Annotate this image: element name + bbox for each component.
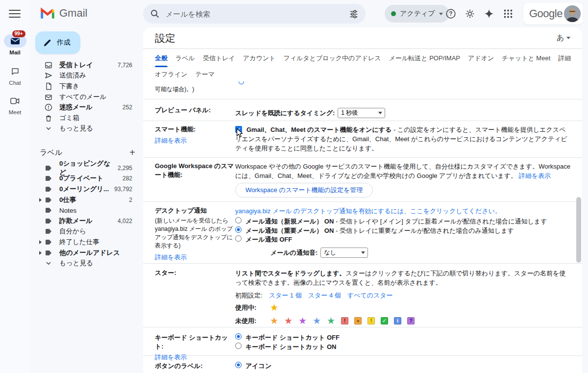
label-item[interactable]: 他のメールアドレス bbox=[30, 248, 143, 258]
label-item[interactable]: 自分から bbox=[30, 226, 143, 237]
settings-row-smart-features: スマート機能: 詳細を表示 Gmail、Chat、Meet のスマート機能をオン… bbox=[143, 121, 582, 158]
star-icon[interactable]: ★ bbox=[313, 317, 321, 325]
expand-caret-icon[interactable] bbox=[39, 251, 42, 255]
purple-question-icon[interactable]: ? bbox=[407, 317, 415, 324]
tab-accounts[interactable]: アカウント bbox=[243, 49, 276, 67]
rail-item-chat[interactable]: Chat bbox=[0, 65, 30, 86]
preset-four-stars-link[interactable]: スター 4 個 bbox=[308, 291, 341, 300]
radio-button-labels-icons[interactable] bbox=[235, 362, 242, 368]
label-item[interactable]: 終了した仕事 bbox=[30, 237, 143, 248]
smart-features-checkbox[interactable] bbox=[235, 126, 242, 133]
expand-caret-icon[interactable] bbox=[39, 240, 42, 244]
preset-one-star-link[interactable]: スター 1 個 bbox=[269, 291, 302, 300]
gmail-logo[interactable]: Gmail bbox=[40, 7, 87, 20]
label-tag-icon bbox=[44, 217, 53, 225]
radio-new-mail-notifications[interactable] bbox=[235, 217, 242, 224]
sidebar-item-sent[interactable]: 送信済み bbox=[30, 71, 143, 81]
enable-desktop-notifications-link[interactable]: yanagiya.biz メール のデスクトップ通知を有効にするには、ここをクリ… bbox=[235, 207, 501, 215]
tab-forwarding[interactable]: メール転送と POP/IMAP bbox=[389, 49, 460, 67]
expand-caret-icon[interactable] bbox=[39, 198, 42, 202]
tab-filters[interactable]: フィルタとブロック中のアドレス bbox=[283, 49, 381, 67]
smart-features-details-link[interactable]: 詳細を表示 bbox=[155, 137, 187, 144]
input-tools-toggle[interactable]: あ bbox=[557, 33, 570, 43]
vertical-scrollbar-thumb[interactable] bbox=[576, 197, 581, 263]
blue-info-icon[interactable]: i bbox=[394, 317, 401, 324]
preview-pane-label: プレビュー パネル: bbox=[155, 99, 235, 121]
sidebar-item-all-mail[interactable]: すべてのメール bbox=[30, 92, 143, 102]
settings-tabs-row1: 全般 ラベル 受信トレイ アカウント フィルタとブロック中のアドレス メール転送… bbox=[143, 49, 582, 67]
sidebar-item-more[interactable]: もっと見る bbox=[30, 124, 143, 134]
status-chip[interactable]: アクティブ bbox=[385, 5, 449, 23]
tab-chat-meet[interactable]: チャットと Meet bbox=[502, 49, 550, 67]
label-item[interactable]: 0仕事 2 bbox=[30, 195, 143, 205]
tab-addons[interactable]: アドオン bbox=[468, 49, 494, 67]
rail-item-meet[interactable]: Meet bbox=[0, 94, 30, 115]
label-item[interactable]: Notes bbox=[30, 205, 143, 216]
radio-shortcuts-on[interactable] bbox=[235, 343, 242, 349]
account-avatar[interactable] bbox=[564, 5, 581, 22]
add-label-icon[interactable]: + bbox=[129, 148, 135, 157]
settings-panel: 設定 あ 全般 ラベル 受信トレイ アカウント フィルタとブロック中のアドレス … bbox=[143, 27, 582, 373]
gemini-sparkle-icon[interactable] bbox=[484, 8, 494, 19]
label-item[interactable]: 0プライベート 282 bbox=[30, 174, 143, 184]
label-item[interactable]: 詐欺メール 4,022 bbox=[30, 216, 143, 226]
settings-row-keyboard-shortcuts: キーボード ショートカット: 詳細を表示 キーボード ショートカット OFF キ… bbox=[143, 327, 582, 356]
sidebar-item-spam[interactable]: 迷惑メール 252 bbox=[30, 102, 143, 113]
compose-button[interactable]: 作成 bbox=[35, 31, 80, 54]
tab-themes[interactable]: テーマ bbox=[196, 67, 215, 81]
mark-read-timing-select[interactable]: 1 秒後 bbox=[338, 108, 385, 118]
star-icon[interactable]: ★ bbox=[270, 317, 278, 325]
apps-grid-icon[interactable] bbox=[503, 8, 514, 19]
app-rail: 99+ Mail Chat Meet bbox=[0, 0, 30, 373]
workspace-smart-label: Google Workspace のスマート機能: bbox=[155, 158, 235, 201]
green-check-icon[interactable]: ✓ bbox=[381, 317, 388, 324]
smart-features-option-bold: Gmail、Chat、Meet のスマート機能をオンにする bbox=[246, 126, 392, 133]
tab-inbox[interactable]: 受信トレイ bbox=[203, 49, 235, 67]
star-icon[interactable]: ★ bbox=[270, 304, 278, 312]
notification-sound-select[interactable]: なし bbox=[320, 248, 368, 258]
search-input[interactable] bbox=[165, 9, 349, 19]
sidebar: 作成 受信トレイ 7,726 送信済み 下書き すべてのメール bbox=[30, 27, 143, 373]
settings-tabs-row2: オフライン テーマ bbox=[143, 67, 582, 81]
unused-star-icons: ★ ★ ★ ★ ★ ! » ! ✓ i ? bbox=[270, 317, 415, 325]
google-account-box[interactable]: Google bbox=[523, 3, 583, 25]
tab-general[interactable]: 全般 bbox=[155, 49, 168, 67]
label-tag-icon bbox=[44, 227, 53, 236]
notification-sound-label: メールの通知音: bbox=[270, 248, 318, 257]
preset-all-stars-link[interactable]: すべてのスター bbox=[347, 291, 393, 300]
tab-advanced[interactable]: 詳細 bbox=[558, 49, 571, 67]
star-icon[interactable]: ★ bbox=[284, 317, 293, 325]
labels-more[interactable]: もっと見る bbox=[30, 258, 143, 269]
radio-important-mail-notifications[interactable] bbox=[235, 226, 242, 233]
gmail-m-icon bbox=[40, 7, 55, 20]
red-bang-icon[interactable]: ! bbox=[341, 317, 348, 324]
orange-guillemet-icon[interactable]: » bbox=[354, 317, 362, 324]
manage-workspace-smart-button[interactable]: Workspace のスマート機能の設定を管理 bbox=[235, 183, 373, 198]
label-item[interactable]: 0メーリングリ... 93,792 bbox=[30, 184, 143, 195]
rail-item-mail[interactable]: 99+ Mail bbox=[0, 34, 30, 55]
workspace-details-link[interactable]: 詳細を表示 bbox=[519, 172, 551, 179]
sidebar-item-drafts[interactable]: 下書き bbox=[30, 81, 143, 92]
tab-labels[interactable]: ラベル bbox=[175, 49, 195, 67]
sidebar-item-inbox[interactable]: 受信トレイ 7,726 bbox=[30, 60, 143, 71]
yellow-bang-icon[interactable]: ! bbox=[368, 317, 375, 324]
star-icon[interactable]: ★ bbox=[327, 317, 335, 325]
search-icon[interactable] bbox=[150, 9, 160, 19]
search-filter-icon[interactable] bbox=[349, 9, 359, 19]
meet-icon bbox=[10, 98, 20, 104]
desktop-notifications-details-link[interactable]: 詳細を表示 bbox=[155, 253, 187, 261]
trash-icon bbox=[44, 114, 53, 123]
main-menu-button[interactable] bbox=[9, 10, 21, 18]
tab-offline[interactable]: オフライン bbox=[155, 67, 188, 81]
star-icon[interactable]: ★ bbox=[298, 317, 307, 325]
label-item[interactable]: 0ショッピングなど 2,295 bbox=[30, 163, 143, 174]
label-tag-icon bbox=[44, 206, 53, 215]
sidebar-item-trash[interactable]: ゴミ箱 bbox=[30, 113, 143, 124]
chevron-down-icon bbox=[566, 37, 570, 39]
google-wordmark: Google bbox=[529, 7, 564, 20]
radio-notifications-off[interactable] bbox=[235, 235, 242, 242]
settings-row-desktop-notifications: デスクトップ通知 (新しいメールを受信したら yanagiya.biz メール … bbox=[143, 202, 582, 264]
help-icon[interactable]: ? bbox=[445, 8, 456, 19]
radio-shortcuts-off[interactable] bbox=[235, 333, 242, 340]
settings-gear-icon[interactable] bbox=[465, 8, 475, 19]
